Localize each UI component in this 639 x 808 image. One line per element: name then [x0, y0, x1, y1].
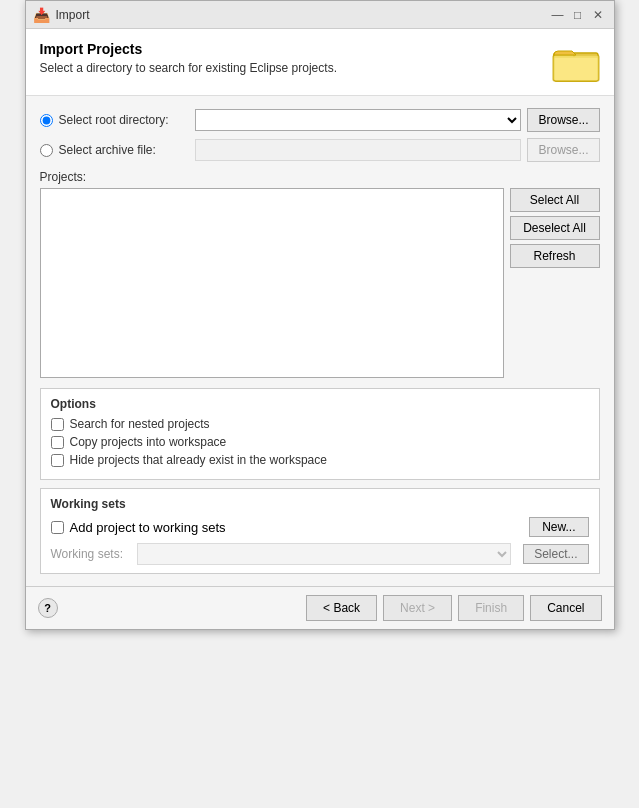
select-root-radio[interactable]: [40, 114, 53, 127]
page-subtitle: Select a directory to search for existin…: [40, 61, 337, 75]
archive-file-row: Select archive file: Browse...: [40, 138, 600, 162]
projects-row: Select All Deselect All Refresh: [40, 188, 600, 378]
working-sets-label: Working sets:: [51, 547, 131, 561]
deselect-all-button[interactable]: Deselect All: [510, 216, 600, 240]
root-directory-row: Select root directory: Browse...: [40, 108, 600, 132]
page-title: Import Projects: [40, 41, 337, 57]
window-title: Import: [56, 8, 90, 22]
finish-button[interactable]: Finish: [458, 595, 524, 621]
add-working-sets-checkbox[interactable]: [51, 521, 64, 534]
nested-projects-row: Search for nested projects: [51, 417, 589, 431]
nested-projects-checkbox[interactable]: [51, 418, 64, 431]
nested-projects-label: Search for nested projects: [70, 417, 210, 431]
back-button[interactable]: < Back: [306, 595, 377, 621]
minimize-button[interactable]: —: [550, 7, 566, 23]
projects-buttons: Select All Deselect All Refresh: [510, 188, 600, 268]
options-title: Options: [51, 397, 589, 411]
svg-rect-2: [553, 55, 599, 81]
title-bar: 📥 Import — □ ✕: [26, 1, 614, 29]
hide-projects-row: Hide projects that already exist in the …: [51, 453, 589, 467]
root-browse-button[interactable]: Browse...: [527, 108, 599, 132]
archive-browse-button[interactable]: Browse...: [527, 138, 599, 162]
copy-projects-row: Copy projects into workspace: [51, 435, 589, 449]
add-to-working-sets-row: Add project to working sets New...: [51, 517, 589, 537]
root-directory-input[interactable]: [195, 109, 522, 131]
cancel-button[interactable]: Cancel: [530, 595, 601, 621]
copy-projects-checkbox[interactable]: [51, 436, 64, 449]
header-text: Import Projects Select a directory to se…: [40, 41, 337, 75]
title-controls: — □ ✕: [550, 7, 606, 23]
footer-buttons: < Back Next > Finish Cancel: [306, 595, 601, 621]
header-section: Import Projects Select a directory to se…: [26, 29, 614, 96]
options-section: Options Search for nested projects Copy …: [40, 388, 600, 480]
select-archive-label[interactable]: Select archive file:: [40, 143, 195, 157]
projects-label: Projects:: [40, 170, 600, 184]
working-sets-section: Working sets Add project to working sets…: [40, 488, 600, 574]
hide-projects-checkbox[interactable]: [51, 454, 64, 467]
folder-icon: [552, 41, 600, 85]
add-working-sets-label: Add project to working sets: [70, 520, 226, 535]
projects-list[interactable]: [40, 188, 504, 378]
working-sets-select-row: Working sets: Select...: [51, 543, 589, 565]
next-button[interactable]: Next >: [383, 595, 452, 621]
window-icon: 📥: [34, 7, 50, 23]
select-archive-radio[interactable]: [40, 144, 53, 157]
help-button[interactable]: ?: [38, 598, 58, 618]
select-root-label[interactable]: Select root directory:: [40, 113, 195, 127]
footer: ? < Back Next > Finish Cancel: [26, 586, 614, 629]
footer-left: ?: [38, 598, 58, 618]
import-dialog: 📥 Import — □ ✕ Import Projects Select a …: [25, 0, 615, 630]
new-working-set-button[interactable]: New...: [529, 517, 588, 537]
working-sets-dropdown[interactable]: [137, 543, 512, 565]
content-area: Select root directory: Browse... Select …: [26, 96, 614, 586]
select-working-set-button[interactable]: Select...: [523, 544, 588, 564]
hide-projects-label: Hide projects that already exist in the …: [70, 453, 327, 467]
archive-file-input[interactable]: [195, 139, 522, 161]
title-bar-left: 📥 Import: [34, 7, 90, 23]
close-button[interactable]: ✕: [590, 7, 606, 23]
copy-projects-label: Copy projects into workspace: [70, 435, 227, 449]
working-sets-title: Working sets: [51, 497, 589, 511]
maximize-button[interactable]: □: [570, 7, 586, 23]
refresh-button[interactable]: Refresh: [510, 244, 600, 268]
select-all-button[interactable]: Select All: [510, 188, 600, 212]
